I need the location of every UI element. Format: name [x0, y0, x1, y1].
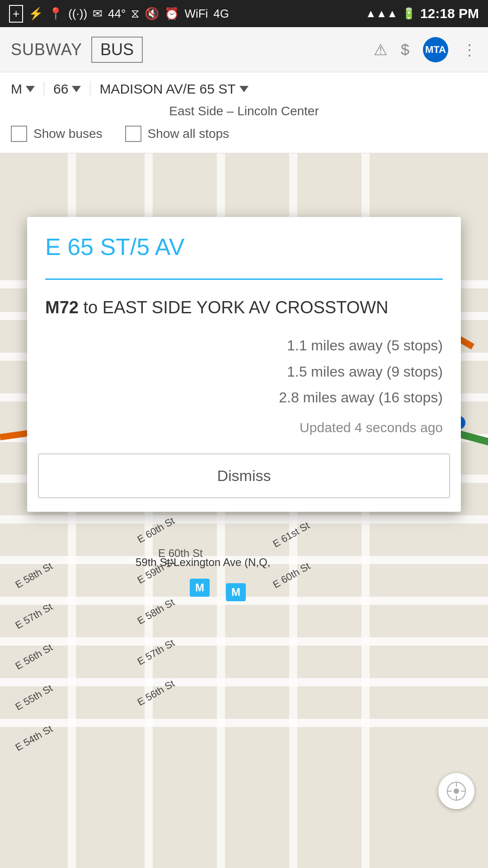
dialog-header: E 65 ST/5 AV: [27, 217, 461, 278]
dialog-updated: Updated 4 seconds ago: [45, 420, 443, 435]
signal-icon: ▲▲▲: [366, 7, 398, 20]
subway-station-label: 59th St-Lexington Ave (N,Q,: [136, 556, 270, 569]
dismiss-button[interactable]: Dismiss: [38, 453, 450, 498]
more-icon[interactable]: ⋮: [462, 41, 477, 59]
route-prefix-dropdown[interactable]: M: [11, 81, 44, 97]
destination-arrow: [239, 86, 249, 92]
bus-tab[interactable]: BUS: [91, 37, 143, 63]
app-bar: SUBWAY BUS ⚠ $ MTA ⋮: [0, 27, 488, 72]
dialog-arrival-2: 1.5 miles away (9 stops): [45, 359, 443, 385]
stop-info-dialog: E 65 ST/5 AV M72 to EAST SIDE YORK AV CR…: [27, 217, 461, 512]
location-icon: 📍: [48, 7, 63, 21]
show-all-stops-label: Show all stops: [148, 127, 230, 141]
bluetooth-icon: ⧖: [131, 7, 139, 21]
location-button[interactable]: [438, 773, 474, 809]
show-buses-label: Show buses: [33, 127, 103, 141]
dialog-body: M72 to EAST SIDE YORK AV CROSSTOWN 1.1 m…: [27, 280, 461, 453]
route-number-arrow: [72, 86, 81, 92]
dollar-icon[interactable]: $: [401, 41, 409, 58]
street-label-58: E 58th St: [14, 560, 55, 591]
filter-bar: M 66 MADISON AV/E 65 ST East Side – Linc…: [0, 72, 488, 153]
status-bar-left: + ⚡ 📍 ((·)) ✉ 44° ⧖ 🔇 ⏰ WiFi 4G: [9, 5, 229, 23]
filter-checkboxes: Show buses Show all stops: [11, 126, 477, 142]
dialog-route-number: M72: [45, 298, 79, 317]
dialog-arrivals: 1.1 miles away (5 stops) 1.5 miles away …: [45, 333, 443, 411]
route-number-value: 66: [53, 81, 68, 97]
show-buses-checkbox[interactable]: Show buses: [11, 126, 103, 142]
destination-value: MADISON AV/E 65 ST: [99, 81, 235, 97]
wifi-signal-icon: ((·)): [68, 7, 87, 21]
battery-icon: 🔋: [402, 7, 416, 20]
subway-m-marker-2: M: [226, 583, 246, 601]
subway-m-marker-1: M: [190, 579, 210, 597]
route-prefix-arrow: [26, 86, 35, 92]
filter-row-route: M 66 MADISON AV/E 65 ST: [11, 81, 477, 97]
4g-icon: 4G: [213, 7, 229, 21]
destination-dropdown[interactable]: MADISON AV/E 65 ST: [90, 81, 477, 97]
mute-icon: 🔇: [145, 7, 159, 21]
street-label-57: E 57th St: [14, 601, 55, 632]
status-bar-right: ▲▲▲ 🔋 12:18 PM: [366, 6, 479, 21]
route-number-dropdown[interactable]: 66: [44, 81, 90, 97]
usb-icon: ⚡: [28, 7, 43, 21]
status-time: 12:18 PM: [420, 6, 479, 21]
alarm-icon: ⏰: [164, 7, 179, 21]
mail-icon: ✉: [93, 7, 103, 21]
dialog-arrival-3: 2.8 miles away (16 stops): [45, 385, 443, 411]
filter-sub-label: East Side – Lincoln Center: [11, 104, 477, 118]
show-buses-box[interactable]: [11, 126, 27, 142]
mta-badge-text: MTA: [425, 44, 446, 56]
svg-point-1: [454, 788, 459, 794]
show-all-stops-box[interactable]: [125, 126, 141, 142]
status-bar: + ⚡ 📍 ((·)) ✉ 44° ⧖ 🔇 ⏰ WiFi 4G ▲▲▲ 🔋 12…: [0, 0, 488, 27]
plus-icon: +: [9, 5, 23, 23]
mta-badge[interactable]: MTA: [423, 37, 448, 62]
subway-tab[interactable]: SUBWAY: [11, 40, 82, 59]
dialog-route-text: to EAST SIDE YORK AV CROSSTOWN: [79, 298, 389, 317]
street-label-55: E 55th St: [14, 682, 55, 713]
route-prefix-value: M: [11, 81, 22, 97]
warning-icon[interactable]: ⚠: [374, 41, 387, 59]
dialog-title: E 65 ST/5 AV: [45, 233, 443, 260]
dialog-route: M72 to EAST SIDE YORK AV CROSSTOWN: [45, 296, 443, 319]
wifi-icon: WiFi: [184, 7, 208, 21]
app-bar-icons: ⚠ $ MTA ⋮: [374, 37, 477, 62]
dialog-arrival-1: 1.1 miles away (5 stops): [45, 333, 443, 359]
temperature-text: 44°: [108, 7, 126, 21]
street-label-56: E 56th St: [14, 642, 55, 672]
street-label-54: E 54th St: [14, 723, 55, 754]
show-all-stops-checkbox[interactable]: Show all stops: [125, 126, 230, 142]
